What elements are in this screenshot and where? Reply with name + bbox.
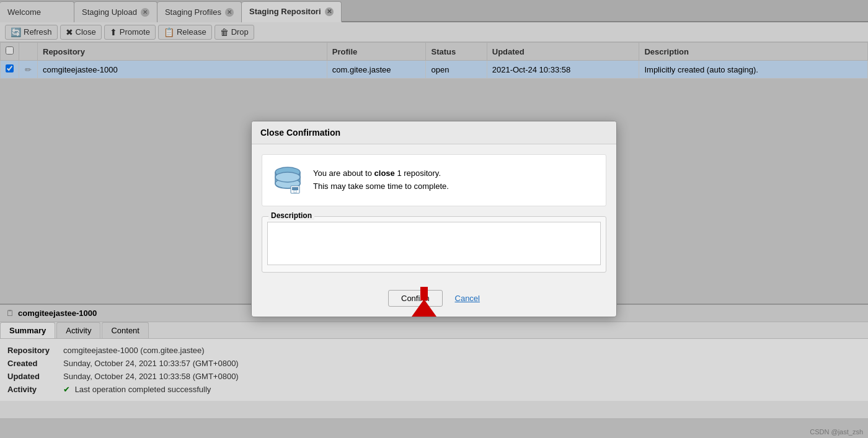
message-part2: 1 repository. [395, 169, 441, 178]
description-group: Description [262, 216, 606, 273]
modal-message-text: You are about to close 1 repository. Thi… [313, 167, 449, 193]
modal-message-box: You are about to close 1 repository. Thi… [262, 154, 606, 206]
description-legend: Description [268, 211, 314, 220]
message-bold: close [374, 169, 395, 178]
modal-overlay: Close Confirmation You are about t [0, 0, 868, 438]
description-textarea[interactable] [267, 222, 601, 265]
svg-rect-5 [294, 190, 296, 193]
message-part1: You are about to [313, 169, 374, 178]
modal-body: You are about to close 1 repository. Thi… [252, 144, 616, 283]
svg-rect-4 [292, 187, 298, 190]
cancel-button[interactable]: Cancel [455, 294, 480, 303]
database-icon [272, 165, 303, 196]
arrow-stem [420, 287, 428, 300]
message-line2: This may take some time to complete. [313, 182, 449, 191]
arrow-head [412, 299, 436, 317]
svg-point-2 [275, 172, 300, 182]
modal-title: Close Confirmation [252, 121, 616, 144]
arrow-indicator [412, 287, 436, 317]
